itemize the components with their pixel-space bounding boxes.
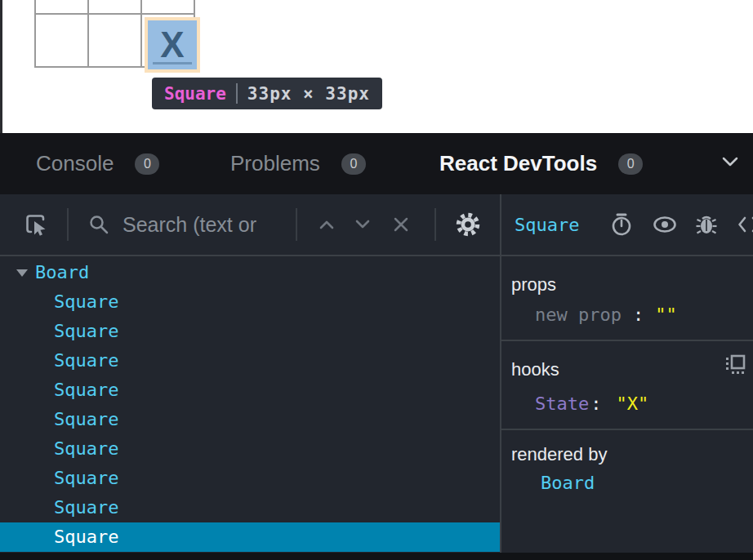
- settings-gear-icon[interactable]: [454, 211, 482, 238]
- tree-item-label: Square: [54, 438, 118, 459]
- tab-console-badge: 0: [135, 153, 159, 175]
- expander-triangle-icon[interactable]: [16, 269, 28, 277]
- tooltip-dimensions: 33px × 33px: [247, 84, 370, 104]
- tree-item-square[interactable]: Square: [0, 434, 500, 464]
- hooks-title: hooks: [511, 359, 743, 380]
- tree-item-square-selected[interactable]: Square: [0, 522, 500, 552]
- react-devtools-toolbar: Square: [0, 194, 753, 255]
- tree-item-label: Square: [54, 468, 118, 488]
- tree-item-label: Square: [54, 380, 118, 400]
- inspect-highlight-padding: X: [145, 17, 200, 73]
- tree-item-square[interactable]: Square: [0, 493, 500, 522]
- board-cell[interactable]: [35, 0, 88, 14]
- tree-item-label: Square: [54, 527, 118, 547]
- chevron-up-icon[interactable]: [317, 217, 336, 232]
- state-hook-key: State: [535, 393, 589, 414]
- square-x-label: X: [160, 24, 184, 65]
- window-bottom-edge: [0, 553, 753, 560]
- search-icon: [88, 214, 109, 235]
- suspend-timer-icon[interactable]: [610, 212, 633, 237]
- highlight-border-line: [153, 62, 192, 64]
- inspect-element-icon[interactable]: [23, 211, 49, 238]
- tree-item-label: Square: [54, 409, 118, 429]
- tree-item-square[interactable]: Square: [0, 405, 500, 434]
- tab-react-devtools-badge: 0: [618, 153, 643, 175]
- tree-item-square[interactable]: Square: [0, 376, 500, 405]
- toolbar-divider: [67, 208, 69, 241]
- react-devtools-main: Board Square Square Square Square Square…: [0, 255, 753, 560]
- tab-problems[interactable]: Problems 0: [230, 133, 366, 194]
- toolbar-right: Square: [501, 194, 753, 255]
- prop-row: new prop:"": [511, 304, 743, 325]
- board-cell[interactable]: [141, 0, 194, 14]
- tab-console-label: Console: [36, 151, 114, 176]
- toolbar-divider: [296, 208, 297, 241]
- tab-problems-label: Problems: [230, 151, 320, 176]
- state-hook-value-field[interactable]: "X": [616, 393, 648, 414]
- props-section: props new prop:"": [501, 256, 753, 341]
- inspect-highlight-content[interactable]: X: [148, 20, 197, 69]
- component-tree: Board Square Square Square Square Square…: [0, 256, 500, 560]
- tab-console[interactable]: Console 0: [36, 133, 159, 194]
- tab-react-devtools[interactable]: React DevTools 0: [439, 133, 643, 194]
- tree-item-label: Board: [35, 262, 89, 282]
- rendered-by-row: Board: [511, 473, 743, 493]
- tree-item-square[interactable]: Square: [0, 287, 500, 317]
- board-cell[interactable]: [88, 14, 141, 67]
- tree-item-square[interactable]: Square: [0, 346, 500, 376]
- rendered-by-title: rendered by: [511, 444, 743, 465]
- props-title: props: [511, 274, 743, 296]
- tree-item-board[interactable]: Board: [0, 258, 500, 287]
- hook-row: State:"X": [511, 393, 743, 414]
- view-source-code-icon[interactable]: [737, 215, 753, 234]
- tab-problems-badge: 0: [341, 153, 366, 175]
- tooltip-component-name: Square: [164, 84, 226, 104]
- chevron-down-icon[interactable]: [722, 156, 738, 167]
- component-details-panel: props new prop:"" hooks State:"X": [501, 256, 753, 553]
- hooks-section: hooks State:"X": [501, 341, 753, 430]
- page-preview: X Square 33px × 33px: [0, 0, 753, 133]
- selected-component-name: Square: [515, 215, 579, 235]
- toolbar-divider: [434, 208, 436, 241]
- inspect-dom-eye-icon[interactable]: [653, 215, 677, 234]
- board-cell[interactable]: [35, 14, 88, 67]
- new-prop-value-field[interactable]: "": [655, 304, 677, 325]
- chevron-down-icon[interactable]: [353, 217, 372, 232]
- window-left-edge: [0, 0, 2, 133]
- inspect-tooltip: Square 33px × 33px: [152, 78, 382, 109]
- devtools-window: X Square 33px × 33px Console 0 Problems …: [0, 0, 753, 560]
- clear-search-icon[interactable]: [392, 216, 410, 233]
- devtools-tabbar: Console 0 Problems 0 React DevTools 0: [0, 133, 753, 194]
- rendered-by-board-link[interactable]: Board: [541, 473, 595, 493]
- tab-react-devtools-label: React DevTools: [439, 151, 597, 176]
- tree-item-label: Square: [54, 321, 118, 341]
- tree-item-square[interactable]: Square: [0, 464, 500, 493]
- log-bug-icon[interactable]: [695, 213, 718, 236]
- tree-item-square[interactable]: Square: [0, 317, 500, 346]
- new-prop-key-field[interactable]: new prop: [535, 304, 622, 325]
- separator: :: [590, 393, 601, 414]
- tree-item-label: Square: [54, 291, 118, 312]
- board-cell[interactable]: [88, 0, 141, 14]
- panel-divider[interactable]: [500, 194, 501, 553]
- tree-item-label: Square: [54, 350, 118, 371]
- separator: :: [633, 304, 644, 325]
- search-input[interactable]: [121, 212, 283, 238]
- rendered-by-section: rendered by Board: [501, 430, 753, 508]
- parse-hook-names-icon[interactable]: [724, 353, 746, 376]
- tooltip-divider: [236, 83, 238, 104]
- toolbar-left: [0, 194, 500, 255]
- tree-item-label: Square: [54, 497, 118, 518]
